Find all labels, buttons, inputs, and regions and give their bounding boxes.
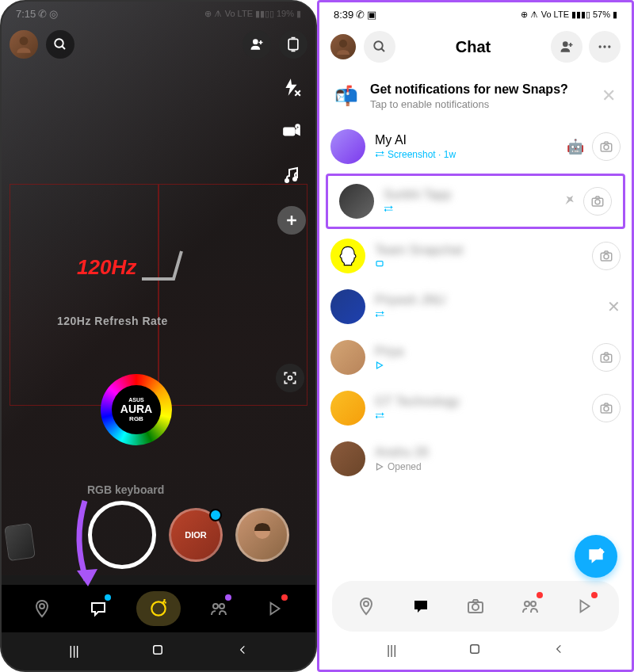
- chat-name: Team Snapchat: [375, 243, 582, 258]
- status-bar-right: 8:39 ✆ ▣ ⊕ ⩚ Vo LTE ▮▮▮▯ 57% ▮: [319, 2, 632, 26]
- svg-point-9: [292, 177, 297, 181]
- camera-viewfinder[interactable]: 7:15 ✆ ◎ ⊕ ⩚ Vo LTE ▮▮▯▯ 19% ▮: [2, 2, 315, 575]
- svg-point-36: [604, 407, 609, 411]
- chat-item[interactable]: Priyesh JNU ⮂ ✕: [319, 281, 632, 332]
- svg-rect-4: [288, 39, 298, 49]
- nav-spotlight[interactable]: [567, 589, 602, 624]
- profile-avatar[interactable]: [10, 30, 38, 59]
- snap-button[interactable]: [592, 394, 621, 422]
- chat-status: [375, 259, 582, 269]
- chat-name: GT Technology: [375, 395, 582, 409]
- system-nav-left: |||: [2, 632, 315, 670]
- gallery-icon: ▣: [367, 9, 376, 21]
- svg-point-22: [563, 41, 568, 47]
- svg-line-21: [381, 48, 384, 52]
- chat-status: Opened: [375, 461, 621, 472]
- chat-item-myai[interactable]: My AI ⮂ Screenshot · 1w 🤖: [319, 121, 632, 172]
- robot-icon: 🤖: [567, 138, 584, 155]
- avatar: [330, 129, 365, 164]
- svg-rect-30: [376, 262, 383, 266]
- pin-icon: [557, 190, 579, 212]
- svg-rect-18: [154, 646, 162, 655]
- add-friend-button[interactable]: [243, 30, 271, 59]
- nav-stories[interactable]: [513, 589, 548, 624]
- back-button[interactable]: [553, 643, 564, 658]
- svg-point-17: [220, 604, 224, 609]
- svg-point-37: [364, 601, 369, 606]
- svg-line-2: [62, 46, 65, 49]
- chat-item-pinned[interactable]: Surbhi Tapp ⮂: [326, 174, 625, 229]
- nav-chat-active[interactable]: [403, 589, 438, 624]
- nav-camera[interactable]: [458, 589, 493, 624]
- battery-icon: ▮: [613, 10, 617, 20]
- avatar: [330, 239, 365, 273]
- chat-status: ⮂: [375, 309, 598, 320]
- notif-subtitle: Tap to enable notifications: [370, 98, 589, 110]
- notif-title: Get notifications for new Snaps?: [370, 82, 589, 97]
- profile-avatar[interactable]: [330, 34, 356, 59]
- video-button[interactable]: +: [277, 117, 306, 146]
- home-button[interactable]: [151, 643, 165, 660]
- new-chat-button[interactable]: [575, 535, 617, 578]
- chat-item[interactable]: Team Snapchat: [319, 231, 632, 281]
- chat-item[interactable]: Priya: [319, 332, 632, 383]
- svg-text:+: +: [296, 124, 299, 129]
- dismiss-button[interactable]: ✕: [607, 297, 621, 316]
- recents-button[interactable]: |||: [387, 643, 396, 658]
- chat-screen: 8:39 ✆ ▣ ⊕ ⩚ Vo LTE ▮▮▮▯ 57% ▮ Cha: [317, 0, 634, 672]
- flash-button[interactable]: [277, 73, 306, 101]
- scan-button[interactable]: [276, 364, 304, 392]
- chat-status: ⮂ Screenshot · 1w: [375, 149, 557, 160]
- snap-button[interactable]: [583, 187, 612, 216]
- nav-map[interactable]: [349, 589, 384, 624]
- mailbox-icon: 📬: [332, 82, 361, 110]
- notification-banner[interactable]: 📬 Get notifications for new Snaps? Tap t…: [319, 71, 632, 121]
- more-button[interactable]: [589, 31, 621, 63]
- add-friend-button[interactable]: [551, 31, 582, 63]
- nav-spotlight[interactable]: [258, 591, 292, 626]
- chat-header: Chat: [319, 26, 632, 71]
- nav-camera[interactable]: [136, 591, 181, 626]
- flip-camera-button[interactable]: [279, 30, 307, 59]
- svg-rect-5: [283, 128, 295, 136]
- carrier-label: Vo LTE: [541, 10, 569, 19]
- avatar: [339, 184, 374, 219]
- lens-face[interactable]: [235, 508, 289, 562]
- search-button[interactable]: [46, 30, 74, 59]
- svg-point-34: [604, 356, 609, 361]
- svg-point-1: [55, 39, 63, 48]
- page-title: Chat: [456, 38, 491, 56]
- notif-close-button[interactable]: ✕: [598, 82, 619, 109]
- chat-name: My AI: [375, 133, 557, 147]
- chat-item[interactable]: GT Technology ⮂: [319, 383, 632, 433]
- back-button[interactable]: [237, 644, 248, 659]
- nav-stories[interactable]: [201, 591, 236, 626]
- chat-item[interactable]: Anshu 26 Opened: [319, 433, 632, 484]
- snap-button[interactable]: [592, 343, 621, 372]
- whatsapp-icon: ✆: [356, 9, 365, 21]
- svg-point-0: [20, 36, 29, 45]
- svg-point-16: [213, 604, 218, 609]
- bottom-nav-right: [332, 581, 619, 632]
- svg-point-23: [598, 45, 601, 48]
- search-button[interactable]: [364, 31, 395, 63]
- snap-button[interactable]: [592, 132, 621, 161]
- svg-point-14: [40, 604, 44, 609]
- svg-point-20: [374, 41, 383, 50]
- chat-status: ⮂: [384, 204, 552, 215]
- annotation-arrow: [53, 493, 109, 599]
- recents-button[interactable]: |||: [69, 644, 78, 659]
- memories-button[interactable]: [4, 523, 36, 561]
- svg-point-32: [604, 254, 609, 259]
- more-tools-button[interactable]: [277, 206, 306, 235]
- chat-status: ⮂: [375, 410, 582, 422]
- camera-screen: 7:15 ✆ ◎ ⊕ ⩚ Vo LTE ▮▮▯▯ 19% ▮: [0, 0, 317, 672]
- snap-button[interactable]: [592, 242, 621, 270]
- lens-dior[interactable]: DIOR: [169, 508, 223, 562]
- bottom-nav-left: [2, 585, 315, 632]
- svg-point-15: [151, 601, 165, 615]
- home-button[interactable]: [468, 642, 482, 659]
- svg-point-41: [531, 601, 536, 606]
- music-button[interactable]: [277, 162, 306, 190]
- svg-point-27: [604, 145, 609, 150]
